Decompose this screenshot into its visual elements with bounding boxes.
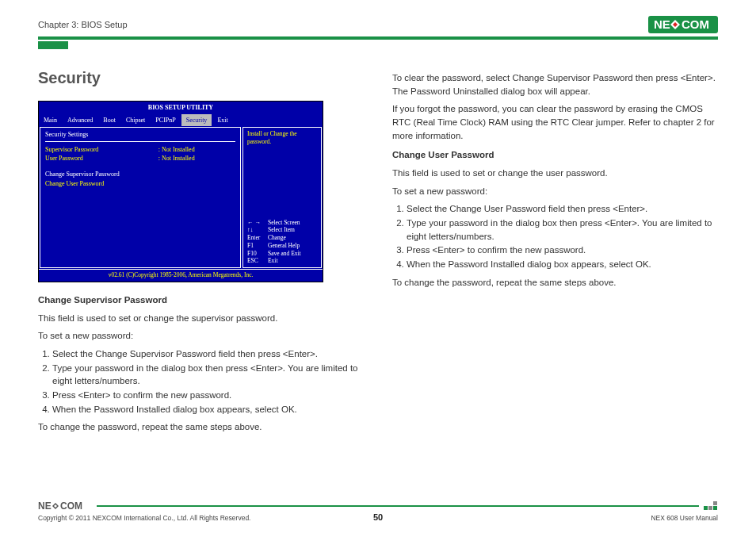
bios-settings-head: Security Settings [45,130,235,140]
bios-key: Enter [247,234,268,242]
bios-copyright: v02.61 (C)Copyright 1985-2006, American … [39,269,323,282]
bios-hint: Install or Change the password. [247,130,317,146]
svg-text:NE: NE [654,17,670,31]
bios-tab-pcipnp: PCIPnP [151,114,181,127]
bios-key-desc: Change [268,234,286,242]
bios-change-user: Change User Password [45,179,235,189]
bios-tab-advanced: Advanced [63,114,98,127]
bios-key-desc: General Help [268,242,300,250]
body-text: To set a new password: [392,185,718,198]
bios-tab-chipset: Chipset [121,114,151,127]
footer-rule [97,505,699,507]
body-text: This field is used to set or change the … [392,167,718,180]
body-text: This field is used to set or change the … [38,312,364,325]
bios-tab-security: Security [181,114,213,127]
list-item: Press <Enter> to confirm the new passwor… [52,389,364,402]
bios-tab-exit: Exit [212,114,233,127]
body-text: If you forgot the password, you can clea… [392,102,718,142]
bios-row-label: User Password [45,154,158,163]
bios-key: F10 [247,250,268,258]
footer-squares-icon [704,500,718,512]
bios-key-desc: Save and Exit [268,250,301,258]
subhead-change-user: Change User Password [392,148,718,162]
svg-rect-12 [713,506,717,510]
list-item: When the Password Installed dialog box a… [407,258,718,271]
left-column: Security BIOS SETUP UTILITY Main Advance… [38,67,364,439]
body-text: To change the password, repeat the same … [38,420,364,434]
bios-row-value: : Not Installed [158,145,235,155]
page-tab-marker [38,41,68,49]
header-rule [38,36,718,40]
bios-tab-main: Main [39,114,63,127]
bios-key: F1 [247,242,268,250]
svg-text:COM: COM [682,17,709,31]
bios-row-label: Supervisor Password [45,145,158,155]
svg-rect-11 [713,501,717,505]
svg-rect-9 [704,506,708,510]
bios-screenshot: BIOS SETUP UTILITY Main Advanced Boot Ch… [38,101,323,282]
bios-key-help: ← →Select Screen ↑↓Select Item EnterChan… [247,219,317,266]
list-item: Select the Change User Password field th… [407,202,718,216]
bios-change-supervisor: Change Supervisor Password [45,170,235,179]
list-item: Type your password in the dialog box the… [407,217,718,243]
body-text: To set a new password: [38,329,364,343]
bios-key: ← → [247,219,268,227]
bios-key-desc: Select Item [268,226,295,234]
list-item: Press <Enter> to confirm the new passwor… [407,243,718,257]
subhead-change-supervisor: Change Supervisor Password [38,293,364,307]
ordered-list: Select the Change Supervisor Password fi… [52,347,364,416]
bios-key-desc: Select Screen [268,219,300,227]
right-column: To clear the password, select Change Sup… [392,67,718,439]
list-item: When the Password Installed dialog box a… [52,403,364,416]
bios-tabs: Main Advanced Boot Chipset PCIPnP Securi… [39,114,323,127]
bios-key: ↑↓ [247,226,268,234]
bios-title: BIOS SETUP UTILITY [39,102,323,114]
bios-key: ESC [247,257,268,265]
bios-tab-boot: Boot [98,114,121,127]
bios-key-desc: Exit [268,257,278,265]
svg-text:NE: NE [38,500,52,512]
svg-text:COM: COM [60,500,82,512]
brand-logo-top: NE COM [648,16,718,33]
chapter-label: Chapter 3: BIOS Setup [38,20,128,29]
ordered-list: Select the Change User Password field th… [407,202,718,270]
list-item: Select the Change Supervisor Password fi… [52,347,364,361]
page-number: 50 [373,512,383,522]
footer-copyright: Copyright © 2011 NEXCOM International Co… [38,514,250,522]
list-item: Type your password in the dialog box the… [52,362,364,388]
section-title: Security [38,67,364,90]
brand-logo-bottom: NE COM [38,500,92,512]
footer-manual: NEX 608 User Manual [651,514,718,522]
svg-rect-10 [708,506,712,510]
body-text: To clear the password, select Change Sup… [392,71,718,98]
body-text: To change the password, repeat the same … [392,276,718,290]
bios-row-value: : Not Installed [158,154,235,163]
